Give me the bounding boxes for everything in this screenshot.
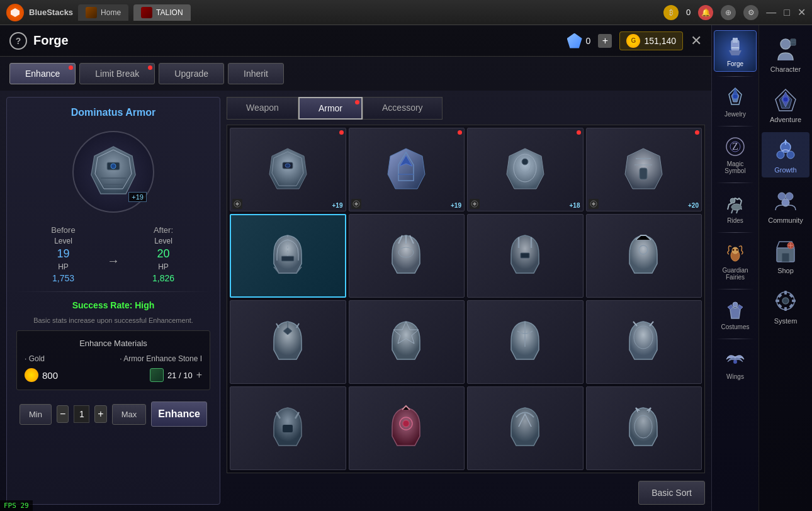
item-cell-3-3[interactable] [586,386,702,470]
svg-rect-86 [789,293,793,298]
sidebar-item-guardian-fairies[interactable]: Guardian Fairies [714,237,757,284]
nav-system-label: System [774,317,798,325]
svg-point-4 [111,164,116,169]
item-dot [458,130,462,135]
item-cell-3-2[interactable] [467,386,584,470]
item-armor-icon [268,405,308,452]
success-rate: Success Rate: High [16,300,210,310]
tab-inherit[interactable]: Inherit [228,63,284,84]
item-cell-3-0[interactable] [230,386,346,470]
community-icon [772,186,799,214]
item-armor-icon [505,232,546,279]
item-cell-0-3[interactable]: +20 [586,128,702,211]
svg-point-19 [522,159,528,165]
sidebar-divider3 [716,182,754,183]
tab-talion[interactable]: TALION [133,4,190,21]
nav-item-growth[interactable]: Growth [762,132,809,177]
character-icon [772,35,799,63]
sidebar-item-forge[interactable]: Forge [714,30,757,72]
sidebar-item-costumes[interactable]: Costumes [714,294,757,334]
gold-material-icon [25,368,38,382]
sidebar-item-rides[interactable]: Rides [714,188,757,228]
help-button[interactable]: ? [9,32,27,50]
sidebar-wings-label: Wings [726,373,744,380]
item-enhance-level: +20 [688,202,699,209]
nav-item-system[interactable]: System [762,283,809,328]
item-armor-icon [623,146,664,193]
max-button[interactable]: Max [112,404,147,425]
minus-button[interactable]: − [57,405,69,423]
item-cell-1-3[interactable] [586,214,702,298]
guardian-fairies-icon [723,241,747,265]
gold-label: · Gold [25,354,45,363]
item-armor-icon [623,318,664,366]
tab-upgrade[interactable]: Upgrade [159,63,224,84]
tab-armor[interactable]: Armor [298,97,363,120]
item-cell-2-0[interactable] [230,300,346,384]
item-cell-0-2[interactable]: +18 [467,128,584,211]
sidebar-item-magic-symbol[interactable]: Z Magic Symbol [714,131,757,178]
min-button[interactable]: Min [20,404,52,425]
tab-enhance[interactable]: Enhance [9,63,76,84]
item-cell-2-2[interactable] [467,300,584,384]
item-class-icon [351,199,361,209]
sidebar-item-wings[interactable]: Wings [714,344,757,384]
tab-accessory[interactable]: Accessory [363,97,443,120]
gold-material-value: 800 [42,370,58,381]
plus-button[interactable]: + [94,405,106,423]
item-enhance-level: +19 [451,202,461,209]
nav-item-character[interactable]: Character [762,31,809,77]
item-dot [695,130,699,135]
stone-add-btn[interactable]: + [196,369,202,381]
close-forge-btn[interactable]: ✕ [691,33,702,49]
sidebar-costumes-label: Costumes [721,323,749,330]
forge-icon [723,35,747,59]
coin-icon-btn[interactable]: ₿ [663,5,679,20]
item-cell-0-0[interactable]: +19 [230,128,346,211]
rides-icon [723,191,747,215]
add-diamond-btn[interactable]: + [598,34,612,48]
nav-item-community[interactable]: Community [762,182,809,228]
close-app-btn[interactable]: ✕ [798,6,806,18]
svg-text:Z: Z [732,141,738,152]
main-content: ? Forge 0 + G 151,140 ✕ E [0,25,812,511]
after-col: After: Level 20 HP 1,826 [120,225,207,283]
enhance-button[interactable]: Enhance [151,402,207,427]
forge-tabs: Enhance Limit Break Upgrade Inherit [0,57,711,91]
basic-sort-button[interactable]: Basic Sort [638,481,705,505]
tab-home[interactable]: Home [78,4,128,21]
nav-item-shop[interactable]: Shop [762,233,809,278]
svg-rect-85 [777,293,782,298]
item-cell-1-1[interactable] [349,214,465,298]
maximize-btn[interactable]: □ [784,7,790,18]
taskbar: BlueStacks Home TALION ₿ 0 🔔 ⊕ ⚙ — □ ✕ [0,0,812,25]
minimize-btn[interactable]: — [766,7,776,18]
enhance-controls: Min − 1 + Max Enhance [16,396,210,432]
item-cell-1-2[interactable] [467,214,584,298]
notification-btn[interactable]: 🔔 [698,5,713,20]
limit-break-tab-dot [148,65,152,70]
svg-rect-41 [735,38,738,43]
stone-material: 21 / 10 + [150,368,202,382]
settings-btn[interactable]: ⚙ [743,5,758,20]
item-cell-0-1[interactable]: +19 [349,128,465,211]
svg-point-36 [403,420,409,427]
record-btn[interactable]: ⊕ [721,5,736,20]
sidebar-divider [716,76,754,77]
sidebar-divider5 [716,289,754,289]
item-cell-2-3[interactable] [586,300,702,384]
item-class-icon [589,199,599,209]
sidebar-item-jewelry[interactable]: Jewelry [714,81,757,121]
tab-weapon[interactable]: Weapon [227,97,298,120]
jewelry-icon [723,85,747,109]
item-cell-3-1[interactable] [349,386,465,470]
nav-community-label: Community [768,216,803,224]
svg-point-58 [733,302,738,307]
enhance-tab-dot [69,65,73,70]
svg-line-52 [731,210,733,213]
item-cell-1-0[interactable] [230,214,346,298]
tab-limit-break[interactable]: Limit Break [79,63,155,84]
item-cell-2-1[interactable] [349,300,465,384]
nav-item-adventure[interactable]: Adventure [762,82,809,127]
sidebar-jewelry-label: Jewelry [725,111,746,118]
